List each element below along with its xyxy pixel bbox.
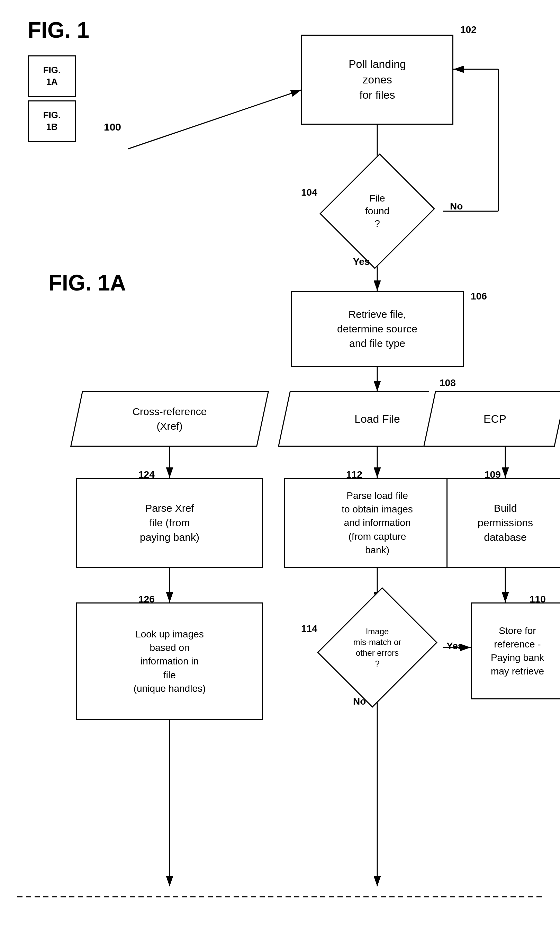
node-loadfile-text: Load File <box>354 411 400 427</box>
label-124: 124 <box>138 469 155 480</box>
label-102: 102 <box>460 24 477 35</box>
fig-1a-label: FIG. 1A <box>48 270 126 296</box>
node-126: Look up images based on information in f… <box>76 602 263 720</box>
no-label-104: No <box>450 201 463 212</box>
label-104: 104 <box>301 187 317 198</box>
node-ecp-text: ECP <box>483 411 506 427</box>
page: FIG. 1 FIG.1A FIG.1B 100 FIG. 1A <box>0 0 560 930</box>
node-xref-text: Cross-reference (Xref) <box>132 404 207 434</box>
node-112: Parse load file to obtain images and inf… <box>284 478 471 568</box>
node-106-text: Retrieve file, determine source and file… <box>337 307 417 351</box>
flowchart-arrows <box>0 0 560 930</box>
node-102: Poll landing zones for files <box>301 35 454 125</box>
node-104: File found ? <box>339 170 415 253</box>
node-xref: Cross-reference (Xref) <box>76 391 263 447</box>
node-110: Store for reference - Paying bank may re… <box>471 602 560 699</box>
node-109: Build permissions database <box>446 478 560 568</box>
no-label-114: No <box>353 696 366 707</box>
node-104-text: File found ? <box>365 192 389 230</box>
label-110: 110 <box>529 594 546 605</box>
node-109-text: Build permissions database <box>478 501 533 545</box>
label-126: 126 <box>138 594 155 605</box>
thumbnail-fig1a: FIG.1A <box>28 55 76 97</box>
thumbnail-container: FIG.1A FIG.1B <box>28 55 76 142</box>
yes-label-104: Yes <box>353 256 370 267</box>
thumbnail-fig1b: FIG.1B <box>28 100 76 142</box>
label-114: 114 <box>301 623 317 634</box>
label-106: 106 <box>471 291 487 302</box>
label-112: 112 <box>346 469 362 480</box>
node-124: Parse Xref file (from paying bank) <box>76 478 263 568</box>
yes-label-114: Yes <box>446 641 463 651</box>
node-114-text: Image mis-match or other errors ? <box>353 626 402 669</box>
node-110-text: Store for reference - Paying bank may re… <box>491 624 544 678</box>
node-102-text: Poll landing zones for files <box>349 57 406 103</box>
label-108: 108 <box>440 377 456 388</box>
node-114: Image mis-match or other errors ? <box>339 602 415 693</box>
label-100: 100 <box>104 121 121 133</box>
label-109: 109 <box>485 469 501 480</box>
node-ecp: ECP <box>429 391 560 447</box>
node-126-text: Look up images based on information in f… <box>134 627 206 695</box>
node-112-text: Parse load file to obtain images and inf… <box>342 489 412 557</box>
node-106: Retrieve file, determine source and file… <box>291 291 464 367</box>
node-124-text: Parse Xref file (from paying bank) <box>140 501 199 545</box>
svg-line-2 <box>128 90 301 149</box>
fig-main-label: FIG. 1 <box>28 17 89 43</box>
